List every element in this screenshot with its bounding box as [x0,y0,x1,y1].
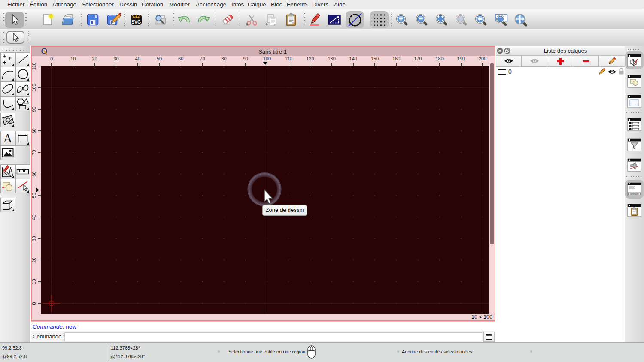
svg-text:SVG: SVG [131,19,141,24]
svg-text:command: command [630,193,639,195]
svg-text:A: A [3,131,12,145]
